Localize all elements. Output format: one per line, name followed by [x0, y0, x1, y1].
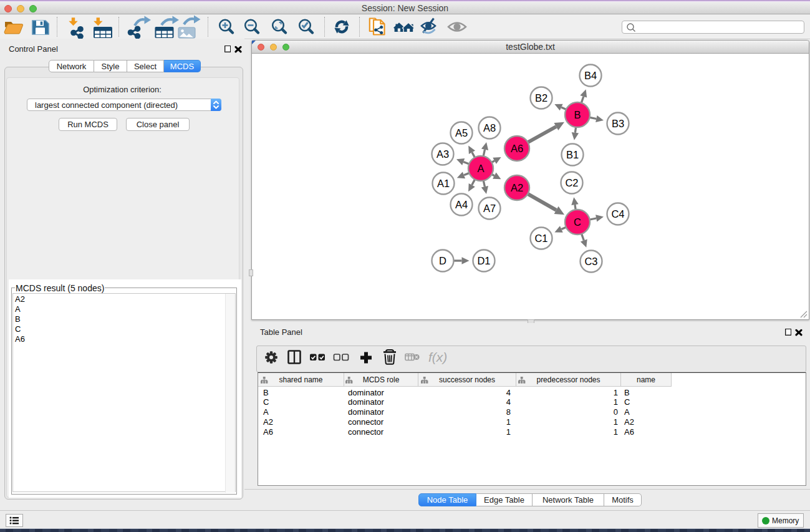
svg-text:C4: C4	[611, 208, 624, 220]
svg-text:C: C	[574, 216, 581, 228]
svg-text:C2: C2	[565, 177, 578, 188]
svg-text:C1: C1	[534, 233, 547, 244]
svg-text:D1: D1	[477, 255, 490, 266]
svg-text:f(x): f(x)	[428, 350, 447, 364]
svg-text:B3: B3	[612, 118, 624, 129]
svg-text:B2: B2	[535, 92, 547, 104]
svg-text:A: A	[477, 163, 484, 174]
svg-text:A6: A6	[511, 143, 523, 154]
svg-text:C3: C3	[584, 256, 597, 267]
svg-text:B1: B1	[566, 149, 579, 160]
svg-text:B: B	[574, 109, 581, 120]
svg-text:A8: A8	[483, 122, 496, 133]
svg-text:A5: A5	[455, 127, 468, 138]
svg-text:A4: A4	[455, 199, 468, 210]
svg-text:B4: B4	[584, 70, 597, 81]
svg-text:A7: A7	[483, 203, 496, 214]
svg-text:A1: A1	[437, 178, 450, 189]
svg-text:A3: A3	[436, 148, 449, 160]
svg-text:D: D	[439, 255, 446, 266]
svg-text:A2: A2	[511, 182, 523, 193]
